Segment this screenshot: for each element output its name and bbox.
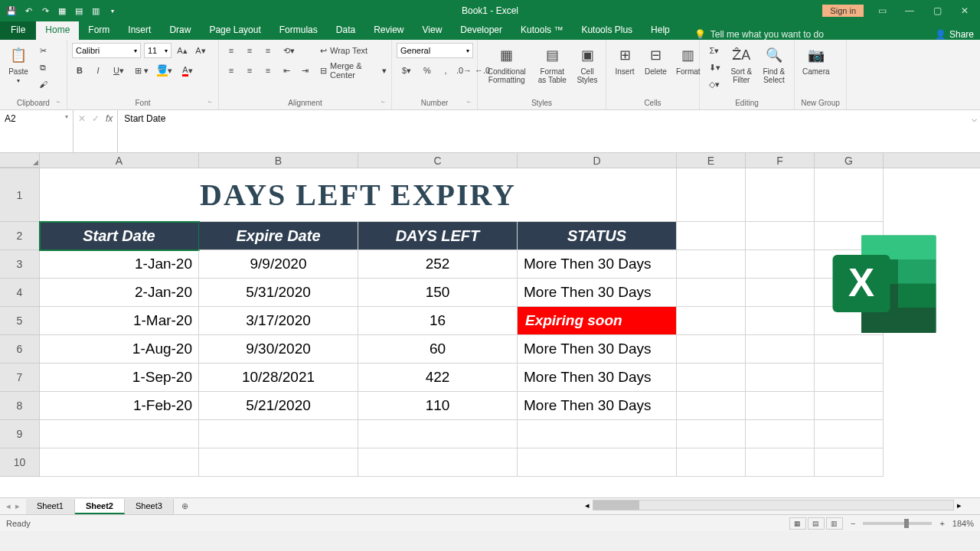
- file-tab[interactable]: File: [0, 21, 36, 40]
- accounting-format-icon[interactable]: $▾: [397, 63, 416, 78]
- tab-form[interactable]: Form: [79, 21, 119, 40]
- tab-help[interactable]: Help: [642, 21, 679, 40]
- cell[interactable]: [746, 222, 815, 250]
- cell[interactable]: [40, 448, 199, 477]
- cell[interactable]: 10/28/2021: [199, 364, 358, 392]
- tab-draw[interactable]: Draw: [160, 21, 200, 40]
- tell-me-search[interactable]: 💡 Tell me what you want to do: [694, 29, 824, 40]
- select-all-corner[interactable]: ◢: [0, 153, 40, 168]
- tab-developer[interactable]: Developer: [451, 21, 511, 40]
- cell[interactable]: 1-Jan-20: [40, 250, 199, 279]
- cell[interactable]: [199, 448, 358, 477]
- cell[interactable]: 5/31/2020: [199, 279, 358, 307]
- cell[interactable]: [518, 420, 677, 448]
- column-header[interactable]: D: [518, 153, 677, 168]
- tab-kutools-™[interactable]: Kutools ™: [511, 21, 572, 40]
- align-center-icon[interactable]: ≡: [242, 63, 257, 78]
- status-cell[interactable]: Expiring soon: [518, 307, 677, 335]
- orientation-icon[interactable]: ⟲▾: [279, 43, 299, 58]
- conditional-formatting-button[interactable]: ▦ Conditional Formatting: [482, 43, 531, 86]
- table-header-cell[interactable]: Expire Date: [199, 222, 358, 250]
- decrease-indent-icon[interactable]: ⇤: [279, 63, 294, 78]
- italic-button[interactable]: I: [90, 63, 106, 78]
- cell[interactable]: [677, 279, 746, 307]
- increase-indent-icon[interactable]: ⇥: [297, 63, 312, 78]
- cell[interactable]: [40, 420, 199, 448]
- row-header[interactable]: 3: [0, 250, 40, 279]
- align-right-icon[interactable]: ≡: [260, 63, 276, 78]
- share-button[interactable]: 👤 Share: [935, 29, 974, 40]
- cell[interactable]: [746, 364, 815, 392]
- tab-kutools-plus[interactable]: Kutools Plus: [572, 21, 642, 40]
- cancel-formula-icon[interactable]: ✕: [78, 113, 86, 124]
- signin-button[interactable]: Sign in: [822, 5, 864, 17]
- cell[interactable]: [677, 168, 746, 222]
- expand-formula-icon[interactable]: ⌵: [972, 113, 977, 124]
- number-format-select[interactable]: General▾: [397, 43, 473, 58]
- format-cells-button[interactable]: ▥Format: [673, 43, 704, 77]
- page-layout-view-icon[interactable]: ▤: [808, 517, 825, 530]
- cell[interactable]: 110: [358, 392, 518, 420]
- column-header[interactable]: G: [815, 153, 884, 168]
- fill-color-button[interactable]: 🪣▾: [155, 63, 175, 78]
- status-cell[interactable]: More Then 30 Days: [518, 279, 677, 307]
- row-header[interactable]: 10: [0, 448, 40, 477]
- cell[interactable]: [518, 448, 677, 477]
- cell[interactable]: [746, 448, 815, 477]
- align-top-icon[interactable]: ≡: [224, 43, 239, 58]
- font-color-button[interactable]: A▾: [178, 63, 198, 78]
- align-bottom-icon[interactable]: ≡: [260, 43, 276, 58]
- column-header[interactable]: C: [358, 153, 518, 168]
- title-cell[interactable]: DAYS LEFT EXPIRY: [40, 168, 677, 222]
- cell[interactable]: 252: [358, 250, 518, 279]
- qat-icon-3[interactable]: ▥: [90, 5, 101, 16]
- horizontal-scrollbar[interactable]: ◂ ▸: [582, 498, 965, 512]
- cell[interactable]: [815, 420, 884, 448]
- cell[interactable]: 150: [358, 279, 518, 307]
- qat-icon[interactable]: ▦: [57, 5, 67, 16]
- minimize-icon[interactable]: —: [900, 2, 919, 20]
- font-size-select[interactable]: 11▾: [144, 43, 172, 58]
- sheet-tab[interactable]: Sheet3: [125, 499, 174, 514]
- table-header-cell[interactable]: STATUS: [518, 222, 677, 250]
- insert-cells-button[interactable]: ⊞Insert: [611, 43, 639, 77]
- redo-icon[interactable]: ↷: [40, 5, 51, 16]
- cell[interactable]: 9/30/2020: [199, 335, 358, 364]
- cell[interactable]: [677, 364, 746, 392]
- zoom-in-icon[interactable]: +: [939, 519, 944, 528]
- cell[interactable]: [677, 222, 746, 250]
- camera-button[interactable]: 📷Camera: [799, 43, 833, 77]
- percent-format-icon[interactable]: %: [420, 63, 435, 78]
- qat-customize-icon[interactable]: ▾: [107, 5, 118, 16]
- add-sheet-button[interactable]: ⊕: [174, 501, 196, 511]
- cell[interactable]: [815, 392, 884, 420]
- table-header-cell[interactable]: DAYS LEFT: [358, 222, 518, 250]
- cell[interactable]: [677, 335, 746, 364]
- decrease-font-icon[interactable]: A▾: [193, 43, 208, 58]
- cell[interactable]: [358, 420, 518, 448]
- wrap-text-button[interactable]: ↩ Wrap Text: [320, 43, 387, 58]
- cell[interactable]: 9/9/2020: [199, 250, 358, 279]
- cell[interactable]: 1-Mar-20: [40, 307, 199, 335]
- increase-decimal-icon[interactable]: .0→: [456, 63, 472, 78]
- zoom-slider[interactable]: [863, 522, 932, 525]
- cell[interactable]: [815, 168, 884, 222]
- row-header[interactable]: 8: [0, 392, 40, 420]
- tab-home[interactable]: Home: [36, 21, 79, 40]
- cell[interactable]: 5/21/2020: [199, 392, 358, 420]
- cell[interactable]: [677, 420, 746, 448]
- cell[interactable]: [815, 364, 884, 392]
- cell[interactable]: 1-Sep-20: [40, 364, 199, 392]
- undo-icon[interactable]: ↶: [23, 5, 34, 16]
- fill-icon[interactable]: ⬇▾: [704, 60, 724, 75]
- format-as-table-button[interactable]: ▤ Format as Table: [534, 43, 570, 86]
- column-header[interactable]: F: [746, 153, 815, 168]
- cell[interactable]: [746, 250, 815, 279]
- cell[interactable]: [677, 448, 746, 477]
- sheet-nav-next-icon[interactable]: ▸: [15, 501, 20, 511]
- clear-icon[interactable]: ◇▾: [704, 77, 724, 92]
- save-icon[interactable]: 💾: [6, 5, 17, 16]
- border-button[interactable]: ⊞ ▾: [132, 63, 152, 78]
- fx-icon[interactable]: fx: [106, 113, 113, 124]
- cell[interactable]: [746, 279, 815, 307]
